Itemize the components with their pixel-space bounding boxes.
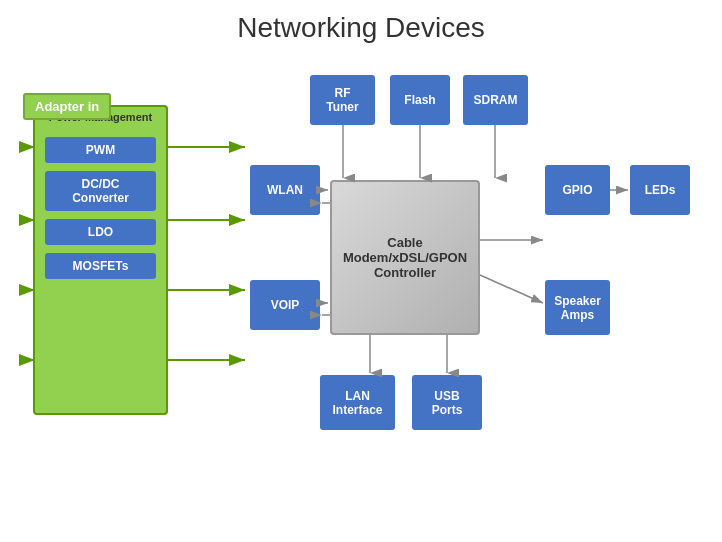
power-management-box: Power Management PWM DC/DCConverter LDO …	[33, 105, 168, 415]
page: Networking Devices Adapter in Power Mana…	[0, 0, 722, 542]
flash-block: Flash	[390, 75, 450, 125]
speaker-amps-block: SpeakerAmps	[545, 280, 610, 335]
diagram-area: Adapter in Power Management PWM DC/DCCon…	[15, 65, 707, 527]
leds-block: LEDs	[630, 165, 690, 215]
ldo-block: LDO	[45, 219, 156, 245]
gpio-block: GPIO	[545, 165, 610, 215]
rf-tuner-block: RFTuner	[310, 75, 375, 125]
dcdc-block: DC/DCConverter	[45, 171, 156, 211]
usb-ports-block: USBPorts	[412, 375, 482, 430]
mosfets-block: MOSFETs	[45, 253, 156, 279]
sdram-block: SDRAM	[463, 75, 528, 125]
adapter-in-label: Adapter in	[23, 93, 111, 120]
wlan-block: WLAN	[250, 165, 320, 215]
svg-line-23	[480, 275, 543, 303]
voip-block: VOIP	[250, 280, 320, 330]
central-block: Cable Modem/xDSL/GPONController	[330, 180, 480, 335]
pwm-block: PWM	[45, 137, 156, 163]
lan-interface-block: LANInterface	[320, 375, 395, 430]
page-title: Networking Devices	[0, 0, 722, 52]
